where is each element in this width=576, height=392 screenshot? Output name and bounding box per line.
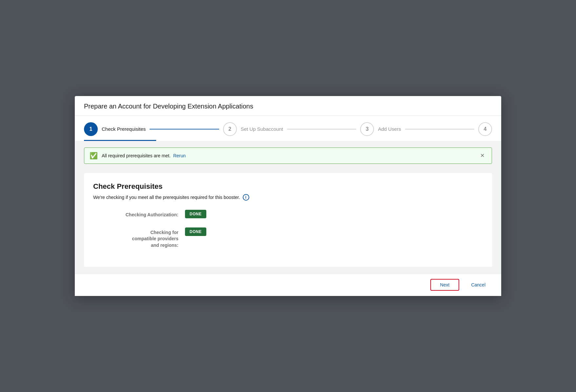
modal-dialog: Prepare an Account for Developing Extens… [75,96,501,296]
next-button[interactable]: Next [430,279,460,291]
check-circle-icon: ✅ [90,152,98,160]
modal-header: Prepare an Account for Developing Extens… [75,96,501,116]
step-2-number: 2 [228,126,231,132]
step-2-label: Set Up Subaccount [241,126,283,132]
modal-body: ✅ All required prerequisites are met. Re… [75,141,501,274]
alert-message: All required prerequisites are met. Reru… [102,153,474,158]
alert-close-button[interactable]: ✕ [478,152,486,159]
stepper-bar: 1 Check Prerequisites 2 Set Up Subaccoun… [75,116,501,141]
connector-1-2 [150,129,219,129]
step-3: 3 Add Users [360,122,401,136]
step-4: 4 [478,122,492,136]
step-1: 1 Check Prerequisites [84,122,146,136]
step-3-number: 3 [366,126,369,132]
step-2: 2 Set Up Subaccount [223,122,283,136]
section-description: We're checking if you meet all the prere… [93,194,483,201]
check-providers-label: Checking for compatible providers and re… [93,227,178,249]
cancel-button[interactable]: Cancel [464,280,492,290]
connector-3-4 [405,129,474,129]
step-1-circle: 1 [84,122,98,136]
modal-title: Prepare an Account for Developing Extens… [84,103,492,110]
step-1-number: 1 [90,126,93,132]
check-authorization-status: DONE [185,210,206,218]
section-heading: Check Prerequisites [93,182,483,191]
step-2-circle: 2 [223,122,237,136]
rerun-link[interactable]: Rerun [173,153,186,158]
content-section: Check Prerequisites We're checking if yo… [84,173,492,267]
modal-overlay: Prepare an Account for Developing Extens… [0,0,576,392]
modal-footer: Next Cancel [75,273,501,296]
step-3-label: Add Users [378,126,401,132]
connector-2-3 [287,129,356,129]
alert-banner: ✅ All required prerequisites are met. Re… [84,147,492,164]
step-1-label: Check Prerequisites [102,126,146,132]
step-3-circle: 3 [360,122,374,136]
check-authorization-label: Checking Authorization: [93,210,178,218]
step-4-number: 4 [484,126,487,132]
check-row-providers: Checking for compatible providers and re… [93,227,483,249]
check-row-authorization: Checking Authorization: DONE [93,210,483,218]
stepper: 1 Check Prerequisites 2 Set Up Subaccoun… [84,122,492,136]
step-4-circle: 4 [478,122,492,136]
check-providers-status: DONE [185,227,206,236]
info-icon[interactable]: i [243,194,249,201]
